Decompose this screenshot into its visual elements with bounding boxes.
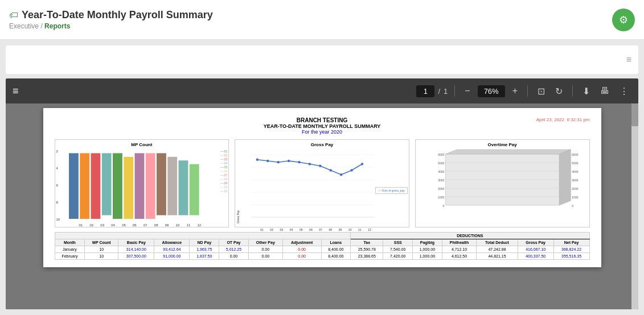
menu-lines-icon[interactable]: ≡ — [626, 55, 631, 65]
svg-text:2000: 2000 — [438, 187, 444, 190]
svg-text:1000: 1000 — [572, 196, 578, 199]
pdf-report-title: YEAR-TO-DATE MONTHLY PAYROLL SUMMARY — [55, 123, 590, 129]
table-cell: 1,000.00 — [413, 246, 442, 253]
svg-rect-4 — [113, 153, 122, 218]
table-cell: 8,400.00 — [321, 246, 351, 253]
pdf-content[interactable]: April 23, 2022 6:32:31 pm BRANCH TESTING… — [6, 103, 638, 309]
table-cell: 93,412.64 — [154, 246, 190, 253]
svg-point-26 — [277, 161, 280, 163]
col-adjustment: Adjustment — [282, 239, 321, 246]
col-tax: Tax — [351, 239, 383, 246]
mp-count-title: MP Count — [131, 142, 152, 147]
svg-text:3000: 3000 — [572, 179, 578, 182]
table-cell: January — [55, 246, 85, 253]
table-cell: 1,837.50 — [190, 253, 219, 260]
download-button[interactable]: ⬇ — [580, 85, 593, 98]
content-area: ≡ ≡ / 1 − + ⊡ ↻ ⬇ 🖶 ⋮ — [0, 40, 644, 315]
col-mp-count: MP Count — [85, 239, 118, 246]
table-cell: 44,821.15 — [477, 253, 518, 260]
gear-button[interactable]: ⚙ — [612, 9, 635, 31]
zoom-out-button[interactable]: − — [462, 85, 473, 97]
svg-point-33 — [351, 169, 353, 171]
page-title-row: 🏷 Year-To-Date Monthly Payroll Summary — [9, 9, 213, 21]
charts-row: MP Count 108642 — [55, 139, 590, 227]
table-cell: 8,400.00 — [321, 253, 351, 260]
table-cell: 314,140.00 — [118, 246, 154, 253]
page-number-input[interactable] — [416, 85, 434, 97]
y-axis: 108642 — [56, 150, 60, 221]
table-cell: 0.00 — [248, 253, 282, 260]
page-info: / 1 — [416, 85, 448, 97]
toolbar-menu-button[interactable]: ≡ — [13, 85, 19, 97]
table-cell: 7,420.00 — [383, 253, 413, 260]
col-month: Month — [55, 239, 85, 246]
col-sss: SSS — [383, 239, 413, 246]
col-total-deduct: Total Deduct — [477, 239, 518, 246]
tag-icon: 🏷 — [9, 10, 18, 20]
svg-text:3000: 3000 — [438, 179, 444, 182]
pdf-toolbar: ≡ / 1 − + ⊡ ↻ ⬇ 🖶 ⋮ — [6, 78, 638, 103]
col-net-pay: Net Pay — [553, 239, 589, 246]
table-cell: 416,067.10 — [518, 246, 553, 253]
zoom-input[interactable] — [478, 85, 505, 97]
svg-rect-6 — [134, 153, 144, 218]
mp-count-chart: MP Count 108642 — [55, 139, 229, 227]
svg-point-30 — [319, 165, 321, 167]
svg-text:1000: 1000 — [438, 196, 444, 199]
breadcrumb: Executive / Reports — [9, 22, 213, 30]
col-loans: Loans — [321, 239, 351, 246]
svg-rect-8 — [157, 153, 166, 215]
more-options-button[interactable]: ⋮ — [617, 85, 631, 98]
col-pagibig: Pagibig — [413, 239, 442, 246]
table-cell: 91,000.00 — [154, 253, 190, 260]
page-title: Year-To-Date Monthly Payroll Summary — [22, 9, 213, 21]
col-ot-pay: OT Pay — [219, 239, 249, 246]
pdf-date: April 23, 2022 6:32:31 pm — [536, 117, 590, 122]
fit-page-button[interactable]: ⊡ — [535, 85, 548, 98]
gross-pay-title: Gross Pay — [311, 142, 334, 147]
pdf-company: BRANCH TESTING — [55, 117, 590, 123]
svg-rect-7 — [145, 153, 155, 218]
pdf-year: For the year 2020 — [55, 129, 590, 135]
scrollbar-track[interactable] — [631, 103, 638, 309]
svg-point-24 — [256, 159, 259, 161]
print-button[interactable]: 🖶 — [597, 85, 612, 97]
svg-text:5000: 5000 — [572, 161, 578, 165]
pdf-viewer: ≡ / 1 − + ⊡ ↻ ⬇ 🖶 ⋮ — [6, 78, 638, 309]
svg-text:0: 0 — [442, 204, 444, 208]
pdf-page: April 23, 2022 6:32:31 pm BRANCH TESTING… — [43, 108, 601, 267]
col-nd-pay: ND Pay — [190, 239, 219, 246]
table-cell: 0.00 — [248, 246, 282, 253]
svg-text:6000: 6000 — [572, 153, 578, 156]
svg-text:5000: 5000 — [438, 161, 444, 165]
table-cell: 4,612.50 — [442, 253, 477, 260]
svg-text:4000: 4000 — [438, 170, 444, 173]
table-cell: February — [55, 253, 85, 260]
toolbar-right: ⬇ 🖶 ⋮ — [570, 85, 631, 98]
svg-point-34 — [361, 163, 363, 165]
svg-text:6000: 6000 — [438, 153, 444, 156]
col-gross-pay: Gross Pay — [518, 239, 553, 246]
scrollbar-thumb[interactable] — [631, 103, 638, 126]
svg-rect-10 — [178, 160, 188, 215]
table-cell: 0.00 — [219, 253, 249, 260]
svg-point-29 — [309, 163, 311, 165]
page-total: 1 — [444, 87, 448, 96]
svg-text:0

                
          : 0 — [572, 204, 573, 208]
table-cell: 0.00 — [282, 246, 321, 253]
header-left: 🏷 Year-To-Date Monthly Payroll Summary E… — [9, 9, 213, 30]
breadcrumb-current: Reports — [44, 22, 70, 30]
header: 🏷 Year-To-Date Monthly Payroll Summary E… — [0, 0, 644, 40]
rotate-button[interactable]: ↻ — [552, 85, 565, 98]
table-cell: 1,963.75 — [190, 246, 219, 253]
zoom-in-button[interactable]: + — [510, 85, 520, 97]
gear-icon: ⚙ — [619, 14, 628, 26]
table-cell: 7,540.00 — [383, 246, 413, 253]
table-cell: 307,500.00 — [118, 253, 154, 260]
table-cell: 4,712.10 — [442, 246, 477, 253]
table-row: February10307,500.0091,000.001,837.500.0… — [55, 253, 589, 260]
table-cell: 355,516.35 — [553, 253, 589, 260]
breadcrumb-parent[interactable]: Executive — [9, 22, 39, 30]
svg-rect-3 — [101, 153, 111, 215]
pdf-header: BRANCH TESTING YEAR-TO-DATE MONTHLY PAYR… — [55, 117, 590, 135]
